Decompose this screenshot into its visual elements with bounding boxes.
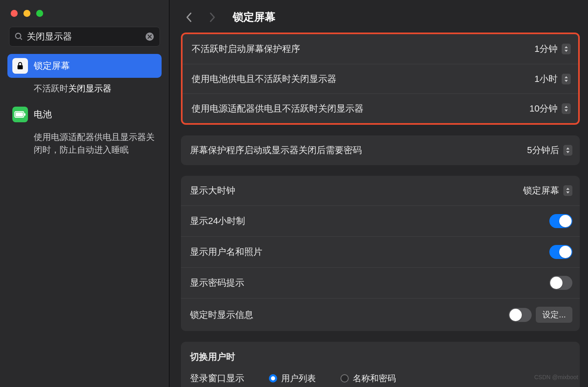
row-show-username-photo: 显示用户名和照片 — [181, 236, 580, 267]
svg-marker-11 — [565, 106, 568, 108]
svg-marker-14 — [566, 151, 569, 153]
select-show-large-clock[interactable]: 锁定屏幕 — [523, 184, 572, 197]
svg-rect-3 — [18, 65, 23, 69]
svg-marker-8 — [565, 50, 568, 52]
minimize-window-button[interactable] — [23, 10, 30, 17]
select-power-display-off[interactable]: 10分钟 — [530, 103, 571, 115]
svg-line-1 — [20, 38, 22, 40]
sidebar-item-sub: 使用电源适配器供电且显示器关闭时，防止自动进入睡眠 — [7, 126, 162, 164]
sidebar-item-label: 锁定屏幕 — [34, 60, 70, 72]
row-show-large-clock: 显示大时钟 锁定屏幕 — [181, 176, 580, 205]
chevron-up-down-icon — [563, 185, 572, 196]
select-screensaver-start[interactable]: 1分钟 — [535, 43, 571, 55]
chevron-up-down-icon — [562, 74, 571, 84]
toggle-show-username-photo[interactable] — [549, 245, 572, 259]
svg-marker-12 — [565, 110, 568, 112]
radio-name-password[interactable]: 名称和密码 — [340, 373, 396, 384]
toggle-show-lock-message[interactable] — [509, 308, 532, 322]
settings-group-timeouts: 不活跃时启动屏幕保护程序 1分钟 使用电池供电且不活跃时关闭显示器 1小时 使用… — [181, 33, 580, 125]
sidebar-item-battery[interactable]: 电池 — [7, 103, 162, 126]
row-screensaver-start: 不活跃时启动屏幕保护程序 1分钟 — [183, 34, 578, 64]
search-input[interactable] — [23, 30, 145, 43]
section-title: 切换用户时 — [181, 342, 580, 366]
toggle-show-password-hint[interactable] — [549, 276, 572, 290]
toggle-24-hour[interactable] — [549, 214, 572, 228]
select-battery-display-off[interactable]: 1小时 — [535, 73, 571, 85]
nav-back-button[interactable] — [183, 12, 195, 23]
select-require-password[interactable]: 5分钟后 — [527, 144, 572, 156]
close-window-button[interactable] — [11, 10, 18, 17]
search-field[interactable] — [9, 27, 160, 47]
chevron-up-down-icon — [562, 44, 571, 54]
maximize-window-button[interactable] — [36, 10, 43, 17]
sidebar: 锁定屏幕 不活跃时关闭显示器 电池 使用电源适配器供电且显示器关闭时，防止自动进… — [0, 0, 169, 387]
svg-marker-10 — [565, 80, 568, 82]
radio-icon — [340, 374, 349, 382]
svg-rect-5 — [16, 112, 23, 117]
row-require-password: 屏幕保护程序启动或显示器关闭后需要密码 5分钟后 — [181, 135, 580, 165]
row-show-lock-message: 锁定时显示信息 设定... — [181, 298, 580, 331]
radio-icon — [269, 374, 277, 382]
settings-group-clock: 显示大时钟 锁定屏幕 显示24小时制 显示用户名和照片 显示密码提示 — [181, 176, 580, 331]
row-battery-display-off: 使用电池供电且不活跃时关闭显示器 1小时 — [183, 64, 578, 93]
sidebar-item-sub: 不活跃时关闭显示器 — [7, 78, 162, 103]
lock-icon — [12, 58, 28, 74]
svg-marker-7 — [565, 46, 568, 48]
row-show-password-hint: 显示密码提示 — [181, 267, 580, 298]
svg-marker-15 — [566, 188, 569, 190]
battery-icon — [12, 107, 28, 122]
svg-marker-13 — [566, 147, 569, 149]
search-icon — [14, 32, 23, 41]
row-power-display-off: 使用电源适配器供电且不活跃时关闭显示器 10分钟 — [183, 93, 578, 123]
svg-rect-6 — [24, 113, 25, 116]
settings-group-password: 屏幕保护程序启动或显示器关闭后需要密码 5分钟后 — [181, 135, 580, 165]
settings-group-switch-user: 切换用户时 登录窗口显示 用户列表 名称和密码 — [181, 342, 580, 387]
svg-point-0 — [16, 33, 21, 39]
page-title: 锁定屏幕 — [233, 10, 275, 24]
svg-marker-16 — [566, 191, 569, 194]
main-panel: 锁定屏幕 不活跃时启动屏幕保护程序 1分钟 使用电池供电且不活跃时关闭显示器 1… — [169, 0, 588, 387]
chevron-up-down-icon — [562, 103, 571, 114]
radio-user-list[interactable]: 用户列表 — [269, 373, 316, 384]
nav-forward-button[interactable] — [206, 12, 218, 23]
svg-marker-9 — [565, 76, 568, 78]
row-24-hour: 显示24小时制 — [181, 205, 580, 236]
sidebar-item-lock-screen[interactable]: 锁定屏幕 — [7, 54, 162, 78]
row-login-window-show: 登录窗口显示 用户列表 名称和密码 — [181, 366, 580, 387]
clear-search-icon[interactable] — [145, 32, 155, 42]
window-controls — [0, 0, 169, 27]
sidebar-item-label: 电池 — [34, 108, 52, 121]
header: 锁定屏幕 — [169, 0, 588, 31]
chevron-up-down-icon — [563, 145, 572, 156]
set-lock-message-button[interactable]: 设定... — [536, 307, 572, 323]
watermark: CSDN @mixboot — [534, 374, 578, 380]
